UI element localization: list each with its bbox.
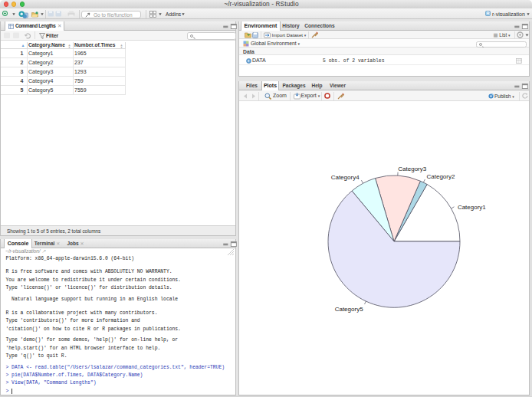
- svg-text:Category4: Category4: [331, 174, 360, 181]
- svg-text:R: R: [487, 11, 490, 16]
- svg-text:Category5: Category5: [335, 306, 363, 313]
- svg-text:Category2: Category2: [427, 173, 455, 180]
- svg-text:Category3: Category3: [398, 166, 426, 172]
- svg-text:Category1: Category1: [458, 204, 486, 211]
